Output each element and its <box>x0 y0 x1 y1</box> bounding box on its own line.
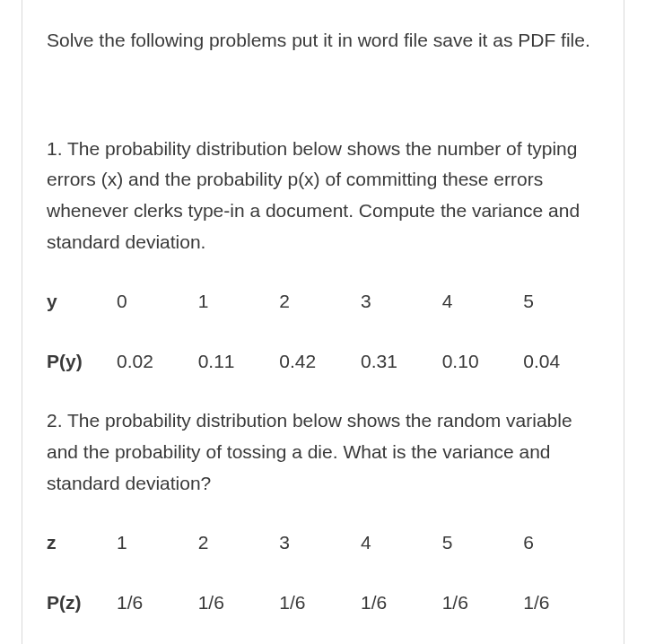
cell: 1 <box>111 527 193 559</box>
row-label-z: z <box>47 527 111 559</box>
cell: 3 <box>274 527 355 559</box>
cell: 0.02 <box>111 346 193 378</box>
cell: 4 <box>437 286 519 318</box>
table-row: z 1 2 3 4 5 6 <box>47 527 599 559</box>
table-row: y 0 1 2 3 4 5 <box>47 286 599 318</box>
problem-1-table: y 0 1 2 3 4 5 P(y) 0.02 0.11 0.42 0.31 0… <box>47 286 599 377</box>
cell: 2 <box>274 286 355 318</box>
cell: 5 <box>518 286 599 318</box>
cell: 1/6 <box>274 587 355 619</box>
cell: 0.04 <box>518 346 599 378</box>
cell: 1/6 <box>518 587 599 619</box>
cell: 1 <box>193 286 275 318</box>
cell: 0 <box>111 286 193 318</box>
intro-text: Solve the following problems put it in w… <box>47 25 599 57</box>
problem-2-text: 2. The probability distribution below sh… <box>47 405 599 499</box>
cell: 0.42 <box>274 346 355 378</box>
cell: 2 <box>193 527 275 559</box>
row-label-py: P(y) <box>47 346 111 378</box>
row-label-pz: P(z) <box>47 587 111 619</box>
row-label-y: y <box>47 286 111 318</box>
problem-2-table: z 1 2 3 4 5 6 P(z) 1/6 1/6 1/6 1/6 1/6 1… <box>47 527 599 618</box>
cell: 3 <box>355 286 437 318</box>
cell: 4 <box>355 527 437 559</box>
cell: 1/6 <box>111 587 193 619</box>
cell: 0.31 <box>355 346 437 378</box>
table-row: P(z) 1/6 1/6 1/6 1/6 1/6 1/6 <box>47 587 599 619</box>
cell: 0.11 <box>193 346 275 378</box>
cell: 1/6 <box>355 587 437 619</box>
cell: 0.10 <box>437 346 519 378</box>
problem-1-text: 1. The probability distribution below sh… <box>47 134 599 258</box>
table-row: P(y) 0.02 0.11 0.42 0.31 0.10 0.04 <box>47 346 599 378</box>
cell: 6 <box>518 527 599 559</box>
cell: 1/6 <box>193 587 275 619</box>
cell: 5 <box>437 527 519 559</box>
cell: 1/6 <box>437 587 519 619</box>
